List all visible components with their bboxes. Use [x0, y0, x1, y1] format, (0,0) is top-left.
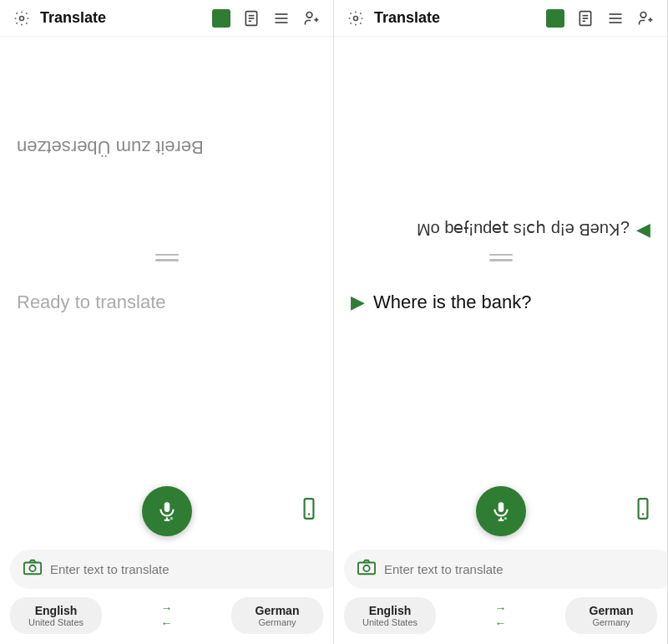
left-to-lang[interactable]: German Germany: [231, 597, 323, 634]
svg-point-33: [504, 517, 506, 520]
right-panel: Translate: [334, 0, 668, 644]
left-green-icon[interactable]: [210, 7, 233, 30]
left-ready-text: Ready to translate: [17, 292, 166, 313]
right-english-row: ▶ Where is the bank?: [351, 292, 532, 313]
left-panel: Translate: [0, 0, 334, 644]
left-drag-handle[interactable]: [155, 254, 179, 261]
right-mic-button[interactable]: [476, 486, 526, 536]
right-from-lang-region: United States: [362, 617, 418, 627]
svg-point-37: [363, 565, 369, 571]
svg-point-18: [29, 565, 35, 571]
left-camera-icon[interactable]: [23, 558, 42, 581]
left-from-lang[interactable]: English United States: [10, 597, 102, 634]
left-lang-row: English United States → ← German Germany: [0, 589, 333, 644]
right-main-content: ¿KueB e!p ɥɔ!s ʇəpu!ɟəq oM ◀ ▶ Where is …: [334, 37, 667, 644]
svg-point-14: [170, 517, 172, 520]
right-text-input[interactable]: [384, 562, 664, 576]
right-green-icon[interactable]: [544, 7, 567, 30]
svg-point-19: [354, 16, 358, 20]
right-english-text: Where is the bank?: [373, 292, 532, 313]
left-arrow-left: ←: [161, 616, 173, 630]
right-divider[interactable]: [334, 249, 667, 266]
svg-rect-30: [498, 502, 504, 512]
svg-rect-36: [358, 563, 375, 575]
left-from-lang-region: United States: [28, 617, 84, 627]
right-to-lang[interactable]: German Germany: [565, 597, 657, 634]
right-play-back-icon[interactable]: ◀: [636, 219, 650, 241]
right-phone-icon[interactable]: [632, 498, 654, 525]
right-swap-button[interactable]: → ←: [495, 601, 507, 630]
right-lang-row: English United States → ← German Germany: [334, 589, 667, 644]
svg-point-27: [640, 12, 646, 18]
left-from-lang-name: English: [35, 604, 78, 617]
right-german-row: ¿KueB e!p ɥɔ!s ʇəpu!ɟəq oM ◀: [351, 219, 650, 241]
left-mic-row: [0, 478, 333, 550]
left-gear-icon[interactable]: [10, 7, 33, 30]
right-gear-icon[interactable]: [344, 7, 367, 30]
right-list-icon[interactable]: [604, 7, 627, 30]
left-arrow-right: →: [161, 601, 173, 615]
left-main-content: Bereit zum Übersetzen Ready to translate: [0, 37, 333, 644]
left-swap-button[interactable]: → ←: [161, 601, 173, 630]
left-bottom-section: Ready to translate: [0, 266, 333, 479]
right-drag-handle[interactable]: [489, 254, 513, 261]
right-bottom-section: ▶ Where is the bank?: [334, 266, 667, 479]
left-title: Translate: [40, 9, 203, 27]
left-divider[interactable]: [0, 249, 333, 266]
left-phone-icon[interactable]: [298, 498, 320, 525]
right-useradd-icon[interactable]: [634, 7, 657, 30]
left-header: Translate: [0, 0, 333, 37]
right-header: Translate: [334, 0, 667, 37]
right-mic-row: [334, 478, 667, 550]
right-arrow-right: →: [495, 601, 507, 615]
left-to-lang-name: German: [256, 604, 300, 617]
right-german-mirrored: ¿KueB e!p ɥɔ!s ʇəpu!ɟəq oM: [417, 220, 630, 240]
svg-point-8: [306, 12, 312, 18]
svg-rect-11: [164, 502, 170, 512]
right-camera-icon[interactable]: [357, 558, 376, 581]
left-mic-button[interactable]: [142, 486, 192, 536]
left-input-row: [10, 550, 333, 589]
svg-rect-17: [24, 563, 41, 575]
right-input-row: [344, 550, 667, 589]
svg-rect-34: [639, 499, 648, 519]
left-useradd-icon[interactable]: [300, 7, 323, 30]
left-to-lang-region: Germany: [258, 617, 296, 627]
right-doc-icon[interactable]: [574, 7, 597, 30]
svg-rect-15: [305, 499, 314, 519]
right-top-section: ¿KueB e!p ɥɔ!s ʇəpu!ɟəq oM ◀: [334, 37, 667, 249]
left-list-icon[interactable]: [270, 7, 293, 30]
right-arrow-left: ←: [495, 616, 507, 630]
right-play-forward-icon[interactable]: ▶: [351, 292, 365, 313]
svg-point-0: [20, 16, 24, 20]
right-from-lang-name: English: [369, 604, 412, 617]
left-mirrored-placeholder: Bereit zum Übersetzen: [17, 134, 204, 160]
left-top-section: Bereit zum Übersetzen: [0, 37, 333, 249]
right-title: Translate: [374, 9, 537, 27]
right-from-lang[interactable]: English United States: [344, 597, 436, 634]
left-doc-icon[interactable]: [240, 7, 263, 30]
right-to-lang-region: Germany: [592, 617, 630, 627]
right-to-lang-name: German: [590, 604, 634, 617]
left-text-input[interactable]: [50, 562, 330, 576]
